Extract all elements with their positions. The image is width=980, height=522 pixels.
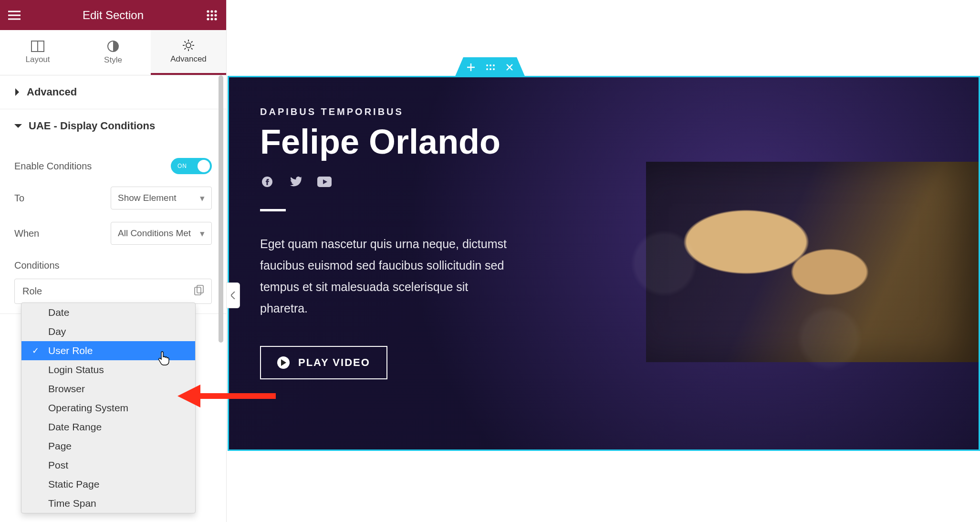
row-to: To Show Element ▾ — [14, 187, 212, 209]
select-to[interactable]: Show Element ▾ — [111, 187, 212, 209]
svg-point-7 — [210, 18, 213, 20]
label-enable-conditions: Enable Conditions — [14, 161, 171, 172]
gear-icon — [182, 39, 195, 52]
svg-rect-14 — [197, 285, 203, 293]
tab-label: Layout — [25, 55, 50, 64]
svg-point-20 — [493, 68, 495, 70]
panel-tabs: Layout Style Advanced — [0, 30, 226, 75]
tab-style[interactable]: Style — [75, 30, 151, 75]
delete-section-icon[interactable] — [506, 63, 513, 71]
hero-section[interactable]: DAPIBUS TEMPORIBUS Felipe Orlando Eget q… — [228, 76, 980, 451]
hero-socials — [260, 175, 594, 189]
apps-icon[interactable] — [198, 10, 226, 21]
dropdown-option[interactable]: Login Status — [21, 360, 195, 379]
accordion-header[interactable]: Advanced — [0, 75, 226, 109]
dropdown-option[interactable]: Browser — [21, 379, 195, 398]
accordion-display-conditions: UAE - Display Conditions Enable Conditio… — [0, 109, 226, 314]
facebook-icon[interactable] — [260, 175, 274, 189]
label-conditions: Conditions — [14, 260, 212, 271]
hero-image — [646, 162, 980, 362]
condition-type-dropdown[interactable]: DateDayUser RoleLogin StatusBrowserOpera… — [21, 303, 196, 513]
accordion-header[interactable]: UAE - Display Conditions — [0, 109, 226, 143]
svg-point-15 — [486, 64, 488, 66]
condition-item: Role — [14, 279, 212, 304]
toggle-state-text: ON — [177, 163, 187, 169]
play-icon — [277, 356, 290, 369]
play-video-label: PLAY VIDEO — [298, 356, 370, 369]
accordion-body: Enable Conditions ON To Show Element ▾ — [0, 143, 226, 313]
hero-divider — [260, 209, 286, 211]
svg-point-2 — [214, 10, 217, 12]
accordion-title: UAE - Display Conditions — [29, 120, 155, 132]
scrollbar-vertical[interactable] — [219, 75, 223, 522]
tab-label: Style — [104, 55, 122, 65]
svg-point-12 — [186, 43, 191, 48]
dropdown-option[interactable]: Operating System — [21, 398, 195, 418]
row-when: When All Conditions Met ▾ — [14, 222, 212, 245]
svg-point-17 — [493, 64, 495, 66]
dropdown-option[interactable]: Date Range — [21, 418, 195, 437]
dropdown-option[interactable]: Static Page — [21, 475, 195, 494]
panel-title: Edit Section — [29, 9, 198, 22]
label-to: To — [14, 193, 111, 204]
svg-point-6 — [207, 18, 209, 20]
condition-header[interactable]: Role — [15, 279, 211, 303]
caret-right-icon — [14, 88, 20, 96]
menu-icon[interactable] — [0, 10, 29, 20]
collapse-panel-button[interactable] — [227, 282, 240, 308]
condition-type-value: Role — [22, 286, 42, 297]
play-video-button[interactable]: PLAY VIDEO — [260, 346, 387, 379]
svg-point-3 — [207, 14, 209, 16]
scrollbar-thumb[interactable] — [219, 75, 223, 343]
chevron-down-icon: ▾ — [200, 228, 205, 239]
style-icon — [107, 40, 119, 52]
accordion-advanced: Advanced — [0, 75, 226, 109]
label-when: When — [14, 228, 111, 239]
layout-icon — [31, 41, 44, 52]
drag-section-icon[interactable] — [486, 64, 495, 71]
svg-point-1 — [210, 10, 213, 12]
duplicate-icon[interactable] — [194, 285, 204, 298]
svg-rect-22 — [317, 177, 332, 187]
svg-point-16 — [490, 64, 491, 66]
youtube-icon[interactable] — [317, 175, 332, 189]
tab-layout[interactable]: Layout — [0, 30, 75, 75]
caret-down-icon — [14, 123, 22, 129]
dropdown-option[interactable]: Page — [21, 437, 195, 456]
svg-point-4 — [210, 14, 213, 16]
dropdown-option[interactable]: Day — [21, 322, 195, 341]
dropdown-option[interactable]: Time Span — [21, 494, 195, 513]
panel-header: Edit Section — [0, 0, 226, 30]
hero-content: DAPIBUS TEMPORIBUS Felipe Orlando Eget q… — [260, 106, 594, 379]
toggle-enable-conditions[interactable]: ON — [171, 158, 212, 174]
hero-eyebrow: DAPIBUS TEMPORIBUS — [260, 106, 594, 117]
svg-point-0 — [207, 10, 209, 12]
chevron-down-icon: ▾ — [200, 193, 205, 204]
svg-point-8 — [214, 18, 217, 20]
select-when[interactable]: All Conditions Met ▾ — [111, 222, 212, 245]
add-section-icon[interactable] — [467, 63, 475, 72]
tab-label: Advanced — [170, 54, 207, 64]
accordion-title: Advanced — [27, 86, 77, 98]
dropdown-option[interactable]: Date — [21, 303, 195, 322]
svg-rect-13 — [195, 287, 201, 295]
section-handle — [455, 57, 525, 77]
toggle-knob — [198, 160, 210, 172]
select-value: All Conditions Met — [118, 228, 191, 239]
row-enable-conditions: Enable Conditions ON — [14, 158, 212, 174]
dropdown-option[interactable]: User Role — [21, 341, 195, 360]
select-value: Show Element — [118, 193, 177, 203]
hero-title: Felipe Orlando — [260, 124, 594, 160]
svg-point-21 — [262, 177, 272, 187]
svg-point-5 — [214, 14, 217, 16]
hero-paragraph: Eget quam nascetur quis urna neque, dict… — [260, 233, 508, 319]
svg-point-18 — [486, 68, 488, 70]
tab-advanced[interactable]: Advanced — [151, 30, 226, 75]
dropdown-option[interactable]: Post — [21, 456, 195, 475]
svg-point-19 — [490, 68, 491, 70]
twitter-icon[interactable] — [289, 175, 303, 189]
